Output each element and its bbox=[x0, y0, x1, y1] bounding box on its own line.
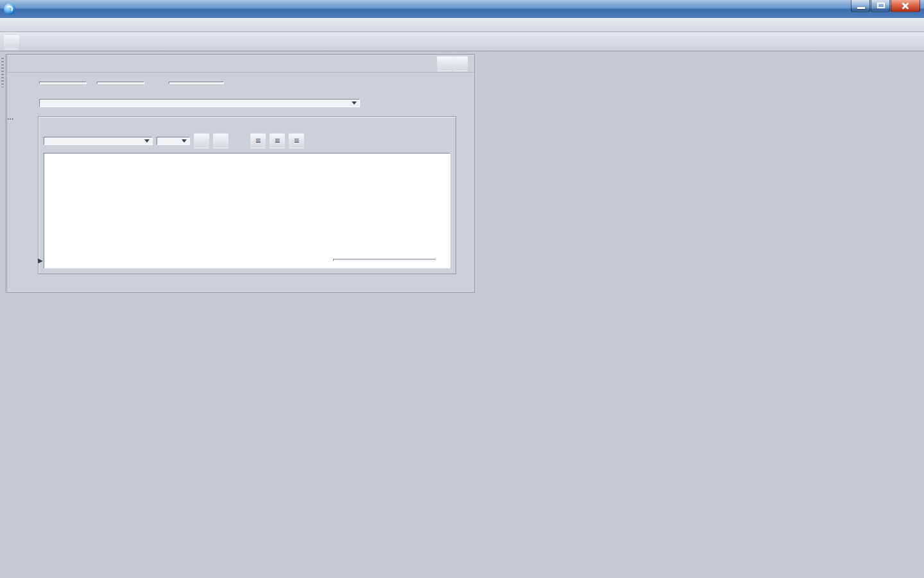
align-center-button[interactable]: ≡ bbox=[270, 133, 285, 148]
minimize-button[interactable] bbox=[851, 0, 870, 12]
text-color-value bbox=[333, 259, 436, 261]
main-toolbar bbox=[0, 32, 924, 51]
panel-grid-icon[interactable] bbox=[437, 56, 452, 71]
italic-button[interactable] bbox=[213, 133, 228, 148]
save-preset-icon[interactable] bbox=[365, 95, 381, 110]
font-family-dropdown[interactable] bbox=[44, 137, 153, 145]
text-entry-area[interactable] bbox=[44, 153, 450, 268]
menubar bbox=[0, 18, 924, 32]
close-dock-icon[interactable] bbox=[0, 54, 5, 55]
delete-preset-icon[interactable] bbox=[386, 95, 401, 110]
titlebar[interactable] bbox=[0, 0, 924, 18]
close-button[interactable] bbox=[891, 0, 920, 12]
font-size-dropdown[interactable] bbox=[157, 137, 190, 145]
video-media-generator-panel: ≡ ≡ ≡ ▶ ... bbox=[6, 54, 475, 293]
save-as-icon[interactable] bbox=[432, 75, 447, 91]
frame-width-input[interactable] bbox=[39, 82, 87, 84]
vegas-pro-window: ≡ ≡ ≡ ▶ ... ... bbox=[0, 0, 924, 578]
text-color-swatch[interactable] bbox=[266, 255, 328, 265]
chevron-down-icon bbox=[144, 139, 150, 145]
export-icon[interactable] bbox=[452, 75, 468, 91]
vegas-app-icon bbox=[4, 3, 15, 15]
maximize-button[interactable] bbox=[871, 0, 890, 12]
chevron-down-icon bbox=[182, 139, 187, 145]
align-left-button[interactable]: ≡ bbox=[250, 133, 266, 148]
animate-clock-icon[interactable] bbox=[435, 116, 450, 132]
panel-list-icon[interactable] bbox=[452, 56, 468, 71]
preset-dropdown[interactable] bbox=[39, 99, 360, 107]
expand-arrow-icon[interactable]: ▶ bbox=[38, 257, 43, 264]
plugin-chain-icon[interactable] bbox=[411, 75, 427, 91]
bold-button[interactable] bbox=[194, 133, 209, 148]
animate-clock-icon[interactable] bbox=[441, 252, 456, 268]
panel-menu-icon[interactable] bbox=[422, 56, 437, 71]
dock-strip-left bbox=[0, 54, 6, 293]
align-right-button[interactable]: ≡ bbox=[289, 133, 304, 148]
text-group: ≡ ≡ ≡ bbox=[38, 116, 456, 274]
chevron-down-icon bbox=[352, 101, 357, 107]
help-icon[interactable] bbox=[391, 75, 406, 91]
duration-input[interactable] bbox=[169, 82, 224, 84]
frame-height-input[interactable] bbox=[97, 82, 144, 84]
menu-item[interactable] bbox=[5, 24, 17, 26]
text-color-row: ▶ bbox=[38, 252, 456, 268]
